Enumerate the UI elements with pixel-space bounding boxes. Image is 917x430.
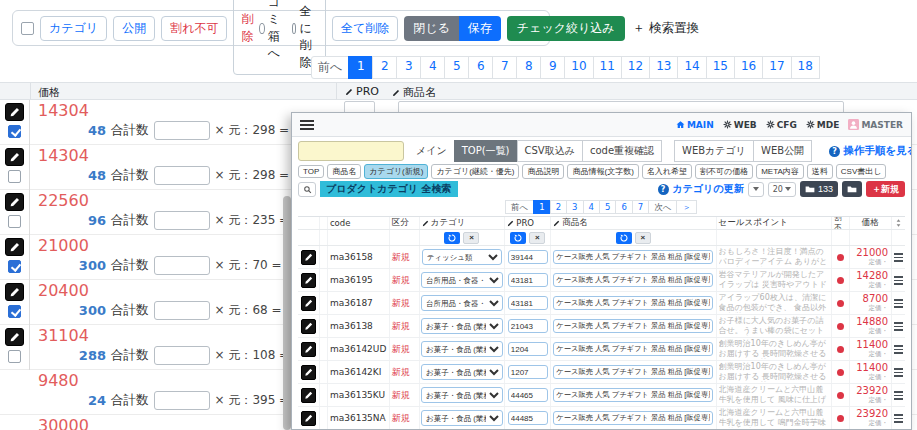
nav-main[interactable]: MAIN: [676, 120, 714, 130]
pagination-page[interactable]: 10: [564, 56, 593, 79]
pagination-page[interactable]: 6: [615, 200, 632, 214]
edit-pencil-button[interactable]: [301, 319, 316, 334]
category-select[interactable]: 台所用品・食器・カッ: [421, 295, 503, 311]
count-input[interactable]: [154, 391, 210, 410]
row-checkbox[interactable]: [8, 305, 21, 318]
publish-button[interactable]: 公開: [113, 16, 155, 41]
row-menu-icon[interactable]: [894, 414, 903, 423]
edit-pencil-button[interactable]: [5, 193, 24, 211]
pagination-page[interactable]: 7: [492, 56, 517, 79]
edit-pencil-button[interactable]: [301, 296, 316, 311]
pro-input[interactable]: [508, 411, 548, 425]
pagination-page[interactable]: 8: [516, 56, 541, 79]
search-button[interactable]: [298, 182, 316, 197]
pagination-next[interactable]: 次へ: [648, 200, 677, 214]
row-menu-icon[interactable]: [894, 276, 903, 285]
tab[interactable]: TOP(一覧): [454, 140, 518, 162]
row-checkbox[interactable]: [8, 125, 21, 138]
per-page-select[interactable]: 20: [768, 182, 796, 197]
category-select[interactable]: お菓子・食品 (業務用): [421, 364, 503, 380]
trash-radio-option[interactable]: ゴミ箱へ: [259, 0, 285, 62]
category-select[interactable]: お菓子・食品 (業務用): [421, 341, 503, 357]
pro-input[interactable]: [508, 319, 548, 333]
edit-pencil-button[interactable]: [5, 103, 24, 121]
row-menu-icon[interactable]: [894, 299, 903, 308]
edit-pencil-button[interactable]: [301, 273, 316, 288]
pagination-page[interactable]: 14: [677, 56, 706, 79]
pagination-page[interactable]: 9: [540, 56, 565, 79]
filter-button[interactable]: 名入れ希望: [642, 164, 692, 179]
row-checkbox[interactable]: [8, 350, 21, 363]
category-select[interactable]: 台所用品・食器・カッ: [421, 272, 503, 288]
pagination-page[interactable]: 1: [348, 56, 373, 79]
radio-icon[interactable]: [259, 23, 264, 34]
radio-icon[interactable]: [292, 23, 297, 34]
count-input[interactable]: [154, 211, 210, 230]
pagination-page[interactable]: 16: [734, 56, 763, 79]
tab[interactable]: code重複確認: [582, 140, 662, 162]
product-name-input[interactable]: [553, 365, 713, 379]
folder-button[interactable]: [842, 181, 862, 197]
select-all-checkbox[interactable]: [21, 22, 34, 35]
pro-input[interactable]: [508, 342, 548, 356]
row-checkbox[interactable]: [8, 170, 21, 183]
category-select[interactable]: ティッシュ類: [422, 249, 503, 265]
filter-button[interactable]: カテゴリ(継続・優先): [431, 164, 519, 179]
row-menu-icon[interactable]: [894, 253, 903, 262]
edit-pencil-button[interactable]: [301, 365, 316, 380]
pro-input[interactable]: [508, 388, 548, 402]
help-link[interactable]: 操作手順を見る: [829, 144, 912, 158]
edit-pencil-button[interactable]: [5, 283, 24, 301]
save-button[interactable]: 保存: [459, 16, 501, 41]
row-checkbox[interactable]: [8, 215, 21, 228]
nav-cfg[interactable]: CFG: [766, 120, 797, 130]
row-menu-icon[interactable]: [894, 391, 903, 400]
vertical-scrollbar[interactable]: [283, 196, 291, 430]
pro-input[interactable]: [508, 273, 548, 287]
pagination-page[interactable]: 5: [599, 200, 616, 214]
product-name-input[interactable]: [553, 296, 713, 310]
pagination-page[interactable]: 12: [621, 56, 650, 79]
edit-pencil-button[interactable]: [5, 148, 24, 166]
edit-pencil-button[interactable]: [301, 388, 316, 403]
row-menu-icon[interactable]: [894, 368, 903, 377]
tab[interactable]: メイン: [408, 140, 455, 162]
nav-master[interactable]: MASTER: [848, 119, 903, 130]
clear-button[interactable]: ×: [635, 232, 651, 244]
count-input[interactable]: [154, 256, 210, 275]
nav-mde[interactable]: MDE: [806, 120, 840, 130]
filter-button[interactable]: META内容: [756, 164, 804, 179]
filter-button[interactable]: 商品情報(文字数): [567, 164, 638, 179]
filter-button[interactable]: TOP: [298, 165, 324, 178]
refresh-button[interactable]: [616, 232, 632, 244]
refresh-button[interactable]: [510, 232, 526, 244]
pro-input[interactable]: [508, 365, 548, 379]
category-select[interactable]: お菓子・食品 (業務用): [421, 410, 503, 426]
pagination-page[interactable]: 1: [533, 200, 550, 214]
folder-count-button[interactable]: 133: [800, 181, 838, 197]
edit-pencil-button[interactable]: [301, 250, 316, 265]
tab[interactable]: WEBカテゴリ: [674, 140, 754, 162]
count-input[interactable]: [154, 121, 210, 140]
check-filter-button[interactable]: チェック絞り込み: [507, 16, 625, 41]
count-input[interactable]: [154, 301, 210, 320]
count-input[interactable]: [154, 346, 210, 365]
product-name-input[interactable]: [553, 411, 713, 425]
filter-button[interactable]: 商品名: [327, 164, 361, 179]
refresh-button[interactable]: [444, 232, 460, 244]
search-replace-toggle[interactable]: ＋ 検索置換: [633, 20, 699, 37]
pagination-prev[interactable]: 前へ: [505, 200, 534, 214]
pagination-page[interactable]: 11: [593, 56, 622, 79]
pagination-page[interactable]: 4: [583, 200, 600, 214]
pagination-page[interactable]: 5: [444, 56, 469, 79]
tab[interactable]: WEB公開: [753, 140, 812, 162]
nav-web[interactable]: WEB: [723, 120, 757, 130]
pagination-page[interactable]: 3: [566, 200, 583, 214]
edit-pencil-button[interactable]: [5, 238, 24, 256]
clear-button[interactable]: ×: [529, 232, 545, 244]
pagination-page[interactable]: 7: [632, 200, 649, 214]
filter-button[interactable]: カテゴリ(新規): [364, 164, 428, 179]
edit-pencil-button[interactable]: [301, 342, 316, 357]
category-update-link[interactable]: カテゴリの更新: [673, 182, 744, 196]
row-menu-icon[interactable]: [894, 322, 903, 331]
